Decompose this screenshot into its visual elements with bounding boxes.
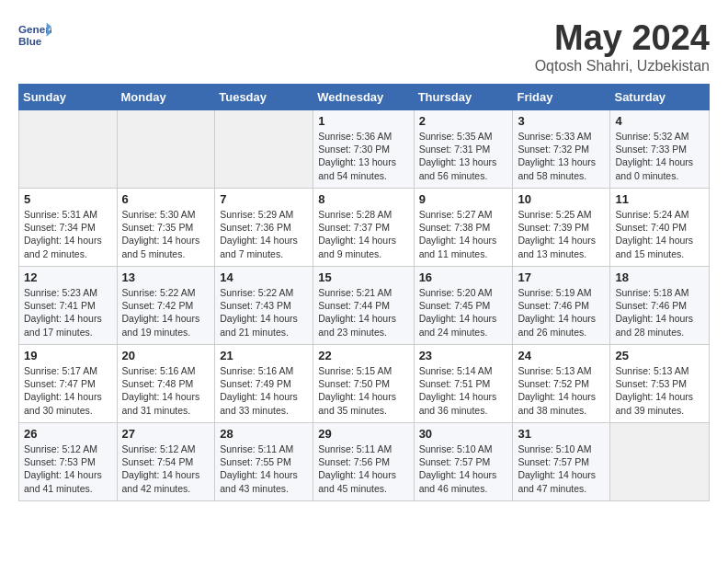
day-info: Sunrise: 5:11 AM Sunset: 7:55 PM Dayligh… <box>220 442 308 495</box>
calendar-cell: 16Sunrise: 5:20 AM Sunset: 7:45 PM Dayli… <box>414 267 513 345</box>
calendar-cell <box>215 110 313 189</box>
day-info: Sunrise: 5:17 AM Sunset: 7:47 PM Dayligh… <box>24 364 112 417</box>
day-number: 5 <box>24 192 112 206</box>
day-number: 22 <box>318 349 408 362</box>
day-info: Sunrise: 5:24 AM Sunset: 7:40 PM Dayligh… <box>615 208 704 260</box>
calendar-cell: 12Sunrise: 5:23 AM Sunset: 7:41 PM Dayli… <box>19 267 118 345</box>
calendar-cell: 4Sunrise: 5:32 AM Sunset: 7:33 PM Daylig… <box>610 110 710 189</box>
day-number: 17 <box>518 270 605 284</box>
day-number: 7 <box>220 192 308 206</box>
weekday-monday: Monday <box>117 85 215 110</box>
calendar-cell: 7Sunrise: 5:29 AM Sunset: 7:36 PM Daylig… <box>215 189 313 267</box>
calendar-cell: 23Sunrise: 5:14 AM Sunset: 7:51 PM Dayli… <box>414 345 513 423</box>
calendar-cell <box>19 110 118 189</box>
week-row-1: 1Sunrise: 5:36 AM Sunset: 7:30 PM Daylig… <box>19 110 710 189</box>
weekday-wednesday: Wednesday <box>313 85 414 110</box>
day-info: Sunrise: 5:28 AM Sunset: 7:37 PM Dayligh… <box>318 208 408 260</box>
day-number: 25 <box>615 349 704 362</box>
location: Oqtosh Shahri, Uzbekistan <box>535 58 710 75</box>
day-info: Sunrise: 5:19 AM Sunset: 7:46 PM Dayligh… <box>518 286 605 339</box>
calendar-cell: 27Sunrise: 5:12 AM Sunset: 7:54 PM Dayli… <box>117 423 215 501</box>
day-number: 20 <box>122 349 210 362</box>
title-block: May 2024 Oqtosh Shahri, Uzbekistan <box>535 18 710 75</box>
calendar-cell: 10Sunrise: 5:25 AM Sunset: 7:39 PM Dayli… <box>513 189 610 267</box>
day-info: Sunrise: 5:16 AM Sunset: 7:48 PM Dayligh… <box>122 364 210 417</box>
calendar-cell: 15Sunrise: 5:21 AM Sunset: 7:44 PM Dayli… <box>313 267 414 345</box>
calendar-cell: 3Sunrise: 5:33 AM Sunset: 7:32 PM Daylig… <box>513 110 610 189</box>
weekday-friday: Friday <box>513 85 610 110</box>
calendar-cell: 30Sunrise: 5:10 AM Sunset: 7:57 PM Dayli… <box>414 423 513 501</box>
calendar-header: SundayMondayTuesdayWednesdayThursdayFrid… <box>19 85 710 110</box>
day-info: Sunrise: 5:15 AM Sunset: 7:50 PM Dayligh… <box>318 364 408 417</box>
page-header: General Blue May 2024 Oqtosh Shahri, Uzb… <box>18 18 710 75</box>
day-info: Sunrise: 5:33 AM Sunset: 7:32 PM Dayligh… <box>518 130 605 182</box>
day-info: Sunrise: 5:22 AM Sunset: 7:43 PM Dayligh… <box>220 286 308 339</box>
day-number: 16 <box>419 270 508 284</box>
week-row-3: 12Sunrise: 5:23 AM Sunset: 7:41 PM Dayli… <box>19 267 710 345</box>
day-number: 11 <box>615 192 704 206</box>
calendar-cell: 2Sunrise: 5:35 AM Sunset: 7:31 PM Daylig… <box>414 110 513 189</box>
day-info: Sunrise: 5:20 AM Sunset: 7:45 PM Dayligh… <box>419 286 508 339</box>
day-info: Sunrise: 5:16 AM Sunset: 7:49 PM Dayligh… <box>220 364 308 417</box>
weekday-saturday: Saturday <box>610 85 710 110</box>
day-number: 4 <box>615 114 704 128</box>
day-number: 18 <box>615 270 704 284</box>
day-info: Sunrise: 5:23 AM Sunset: 7:41 PM Dayligh… <box>24 286 112 339</box>
weekday-thursday: Thursday <box>414 85 513 110</box>
calendar-cell: 13Sunrise: 5:22 AM Sunset: 7:42 PM Dayli… <box>117 267 215 345</box>
day-info: Sunrise: 5:25 AM Sunset: 7:39 PM Dayligh… <box>518 208 605 260</box>
calendar-cell <box>610 423 710 501</box>
day-info: Sunrise: 5:35 AM Sunset: 7:31 PM Dayligh… <box>419 130 508 182</box>
day-info: Sunrise: 5:36 AM Sunset: 7:30 PM Dayligh… <box>318 130 408 182</box>
day-number: 12 <box>24 270 112 284</box>
calendar-cell: 5Sunrise: 5:31 AM Sunset: 7:34 PM Daylig… <box>19 189 118 267</box>
day-number: 10 <box>518 192 605 206</box>
calendar-body: 1Sunrise: 5:36 AM Sunset: 7:30 PM Daylig… <box>19 110 710 501</box>
calendar-cell: 25Sunrise: 5:13 AM Sunset: 7:53 PM Dayli… <box>610 345 710 423</box>
day-number: 26 <box>24 427 112 441</box>
day-info: Sunrise: 5:14 AM Sunset: 7:51 PM Dayligh… <box>419 364 508 417</box>
day-info: Sunrise: 5:21 AM Sunset: 7:44 PM Dayligh… <box>318 286 408 339</box>
calendar-cell: 21Sunrise: 5:16 AM Sunset: 7:49 PM Dayli… <box>215 345 313 423</box>
day-number: 6 <box>122 192 210 206</box>
calendar-cell: 31Sunrise: 5:10 AM Sunset: 7:57 PM Dayli… <box>513 423 610 501</box>
day-number: 15 <box>318 270 408 284</box>
day-number: 8 <box>318 192 408 206</box>
day-info: Sunrise: 5:12 AM Sunset: 7:53 PM Dayligh… <box>24 442 112 495</box>
calendar-cell: 26Sunrise: 5:12 AM Sunset: 7:53 PM Dayli… <box>19 423 118 501</box>
day-info: Sunrise: 5:13 AM Sunset: 7:52 PM Dayligh… <box>518 364 605 417</box>
day-number: 24 <box>518 349 605 362</box>
day-info: Sunrise: 5:32 AM Sunset: 7:33 PM Dayligh… <box>615 130 704 182</box>
week-row-2: 5Sunrise: 5:31 AM Sunset: 7:34 PM Daylig… <box>19 189 710 267</box>
day-number: 19 <box>24 349 112 362</box>
day-info: Sunrise: 5:10 AM Sunset: 7:57 PM Dayligh… <box>419 442 508 495</box>
day-number: 21 <box>220 349 308 362</box>
day-info: Sunrise: 5:13 AM Sunset: 7:53 PM Dayligh… <box>615 364 704 417</box>
week-row-4: 19Sunrise: 5:17 AM Sunset: 7:47 PM Dayli… <box>19 345 710 423</box>
day-info: Sunrise: 5:31 AM Sunset: 7:34 PM Dayligh… <box>24 208 112 260</box>
day-number: 3 <box>518 114 605 128</box>
calendar-cell: 14Sunrise: 5:22 AM Sunset: 7:43 PM Dayli… <box>215 267 313 345</box>
day-number: 28 <box>220 427 308 441</box>
day-number: 27 <box>122 427 210 441</box>
calendar-cell: 22Sunrise: 5:15 AM Sunset: 7:50 PM Dayli… <box>313 345 414 423</box>
month-title: May 2024 <box>535 18 710 58</box>
day-number: 2 <box>419 114 508 128</box>
day-info: Sunrise: 5:22 AM Sunset: 7:42 PM Dayligh… <box>122 286 210 339</box>
weekday-tuesday: Tuesday <box>215 85 313 110</box>
calendar-cell: 18Sunrise: 5:18 AM Sunset: 7:46 PM Dayli… <box>610 267 710 345</box>
day-number: 30 <box>419 427 508 441</box>
svg-text:Blue: Blue <box>18 35 42 47</box>
day-info: Sunrise: 5:10 AM Sunset: 7:57 PM Dayligh… <box>518 442 605 495</box>
day-number: 31 <box>518 427 605 441</box>
weekday-header-row: SundayMondayTuesdayWednesdayThursdayFrid… <box>19 85 710 110</box>
day-number: 1 <box>318 114 408 128</box>
calendar-cell: 17Sunrise: 5:19 AM Sunset: 7:46 PM Dayli… <box>513 267 610 345</box>
calendar-cell: 20Sunrise: 5:16 AM Sunset: 7:48 PM Dayli… <box>117 345 215 423</box>
day-number: 29 <box>318 427 408 441</box>
day-number: 14 <box>220 270 308 284</box>
day-info: Sunrise: 5:27 AM Sunset: 7:38 PM Dayligh… <box>419 208 508 260</box>
calendar-cell: 29Sunrise: 5:11 AM Sunset: 7:56 PM Dayli… <box>313 423 414 501</box>
logo-icon: General Blue <box>18 18 51 52</box>
calendar-cell: 6Sunrise: 5:30 AM Sunset: 7:35 PM Daylig… <box>117 189 215 267</box>
